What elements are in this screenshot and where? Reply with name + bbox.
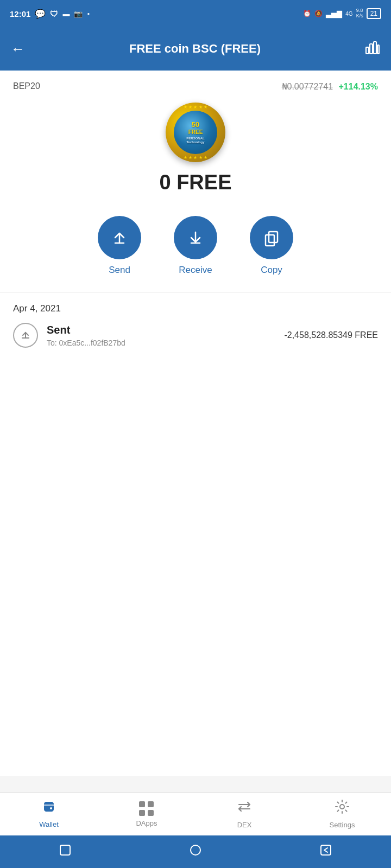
dot-icon: ● [87,11,90,16]
receive-group: Receive [174,216,217,276]
coin-network: BEP20 [13,81,40,91]
wallet-icon [42,800,56,818]
svg-rect-0 [366,47,369,54]
dex-label: DEX [237,821,252,829]
copy-button[interactable] [250,216,293,259]
coin-logo-area: ★ ★ ★ ★ ★ 50 FREE PERSONAL Technology ★ … [0,97,391,205]
wallet-label: Wallet [39,820,59,828]
tx-sent-icon [13,323,38,348]
table-row[interactable]: Sent To: 0xEa5c...f02fB27bd -2,458,528.8… [13,323,378,359]
tx-address: To: 0xEa5c...f02fB27bd [47,339,275,347]
nav-settings[interactable]: Settings [293,799,391,829]
chart-button[interactable] [365,40,380,58]
send-button[interactable] [98,216,141,259]
svg-rect-1 [370,44,373,54]
nav-wallet[interactable]: Wallet [0,800,98,828]
network-label: 4G [345,11,352,17]
send-group: Send [98,216,141,276]
coin-logo-inner: 50 FREE PERSONAL Technology [174,111,217,154]
coin-balance: 0 FREE [159,171,231,194]
tx-type: Sent [47,324,275,336]
android-recent-button[interactable] [59,844,72,860]
receive-button[interactable] [174,216,217,259]
page-header: ← FREE coin BSC (FREE) [0,27,391,71]
android-home-button[interactable] [189,844,202,860]
battery-level: 21 [370,10,377,17]
alarm-icon: ⏰ [303,10,311,17]
coin-logo-text: 50 FREE PERSONAL Technology [186,120,204,144]
dapps-label: DApps [136,819,157,827]
section-divider [0,292,391,292]
svg-rect-2 [374,42,376,54]
settings-label: Settings [330,821,355,829]
svg-rect-8 [269,232,278,242]
nav-dex[interactable]: DEX [195,799,293,829]
coin-price: ₦0.00772741 [282,82,333,91]
dex-icon [237,799,252,818]
settings-icon [335,799,350,818]
coin-change: +114.13% [338,82,378,91]
page-title: FREE coin BSC (FREE) [25,42,365,56]
battery-icon: 21 [367,8,381,19]
shield-icon: 🛡 [50,9,58,18]
status-bar: 12:01 💬 🛡 ▬ 📷 ● ⏰ 🔕 ▃▅▇ 4G 9.8K/s 21 [0,0,391,27]
action-buttons: Send Receive Copy [0,205,391,292]
copy-group: Copy [250,216,293,276]
tx-amount: -2,458,528.85349 FREE [284,330,378,340]
android-nav-bar [0,835,391,868]
svg-point-17 [191,845,200,855]
copy-label: Copy [261,265,282,276]
mute-icon: 🔕 [314,10,323,17]
dapps-icon [139,801,154,816]
status-time: 12:01 [10,9,30,18]
coin-info-row: BEP20 ₦0.00772741 +114.13% [0,71,391,97]
tx-details: Sent To: 0xEa5c...f02fB27bd [47,324,275,347]
coin-logo: ★ ★ ★ ★ ★ 50 FREE PERSONAL Technology ★ … [166,103,225,162]
tx-date: Apr 4, 2021 [13,303,378,314]
camera-icon: 📷 [74,10,83,18]
svg-rect-18 [321,845,331,855]
speed-label: 9.8K/s [356,8,363,19]
nav-dapps[interactable]: DApps [98,801,195,827]
coin-price-area: ₦0.00772741 +114.13% [282,81,379,92]
signal-icon: ▃▅▇ [326,10,342,18]
svg-point-15 [340,805,344,809]
send-label: Send [109,265,130,276]
receive-label: Receive [179,265,212,276]
back-button[interactable]: ← [11,41,25,58]
bottom-nav: Wallet DApps DEX [0,792,391,835]
transaction-section: Apr 4, 2021 Sent To: 0xEa5c...f02fB27bd … [0,303,391,359]
svg-rect-16 [60,845,70,855]
message-icon: 💬 [35,9,46,19]
svg-rect-3 [377,45,379,54]
svg-point-12 [50,807,52,809]
menu-icon: ▬ [62,10,70,18]
svg-rect-9 [266,235,274,246]
android-back-button[interactable] [319,844,332,860]
main-content: BEP20 ₦0.00772741 +114.13% ★ ★ ★ ★ ★ 50 … [0,71,391,776]
